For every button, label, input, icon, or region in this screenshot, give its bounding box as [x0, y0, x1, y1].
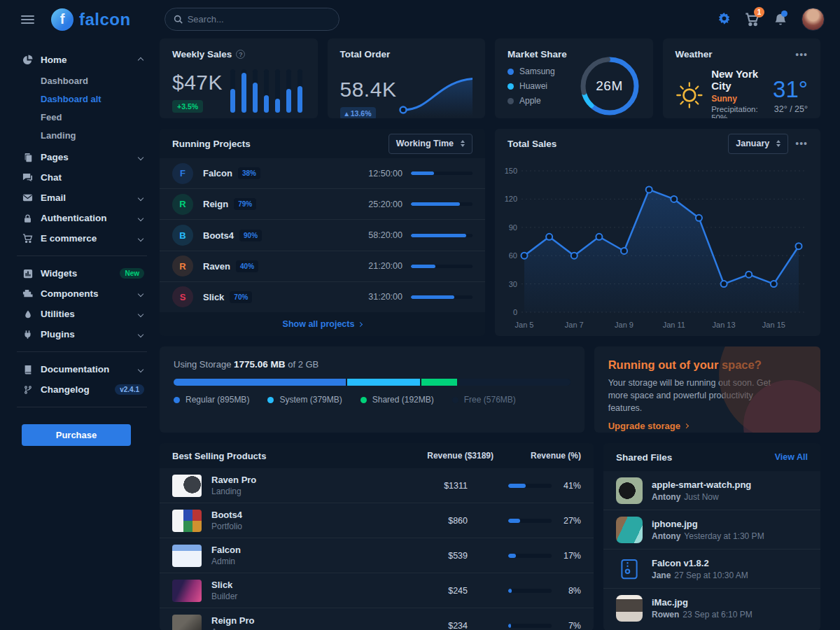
product-percent: 27% — [552, 516, 581, 526]
show-all-projects-link[interactable]: Show all projects — [160, 312, 485, 336]
project-progress-bar — [411, 202, 472, 206]
file-row[interactable]: iphone.jpg AntonyYesterday at 1:30 PM — [603, 510, 820, 550]
project-row[interactable]: R Raven 40% 21:20:00 — [160, 251, 485, 282]
month-select[interactable]: January — [728, 134, 788, 154]
market-share-card: Market Share Samsung Huawei Apple 26M — [495, 38, 653, 118]
sidebar-item-authentication[interactable]: Authentication — [22, 208, 147, 228]
storage-card: Using Storage 1775.06 MB of 2 GB Regular… — [160, 346, 584, 433]
product-name: Raven Pro — [211, 475, 419, 485]
weekly-sales-value: $47K — [172, 71, 223, 94]
weather-temp: 31° — [773, 76, 808, 103]
svg-text:0: 0 — [513, 308, 517, 316]
sidebar-item-email[interactable]: Email — [22, 188, 147, 208]
chat-icon — [22, 172, 34, 183]
more-options-icon[interactable]: ••• — [795, 52, 808, 57]
search-box[interactable] — [164, 8, 340, 31]
notification-dot — [781, 10, 788, 17]
chevron-down-icon — [138, 154, 144, 160]
purchase-button[interactable]: Purchase — [22, 424, 131, 446]
project-name: Boots4 — [203, 230, 234, 241]
code-branch-icon — [22, 385, 34, 395]
weather-city: New York City — [711, 68, 764, 92]
chevron-up-icon — [138, 57, 144, 62]
cart-icon[interactable]: 1 — [745, 12, 760, 27]
settings-gear-icon[interactable] — [718, 13, 731, 26]
total-sales-card: Total Sales January ••• 0306090120150Jan… — [495, 129, 820, 336]
chart-pie-icon — [22, 55, 34, 65]
sidebar-item-ecommerce[interactable]: E commerce — [22, 228, 147, 248]
sidebar-item-utilities[interactable]: Utilities — [22, 304, 147, 324]
sidebar-item-widgets[interactable]: WidgetsNew — [22, 263, 147, 284]
project-name: Reign — [203, 199, 228, 209]
notifications-bell-icon[interactable] — [774, 13, 788, 27]
sidebar-item-feed[interactable]: Feed — [41, 108, 147, 126]
sidebar-item-components[interactable]: Components — [22, 284, 147, 304]
project-row[interactable]: F Falcon 38% 12:50:00 — [160, 158, 485, 189]
sidebar-item-pages[interactable]: Pages — [22, 147, 147, 167]
weekly-sales-card: Weekly Sales ? $47K +3.5% — [160, 38, 318, 118]
file-row[interactable]: iMac.jpg Rowen23 Sep at 6:10 PM — [603, 589, 820, 628]
panel-title: Shared Files — [616, 452, 672, 463]
product-row[interactable]: SlickBuilder $245 8% — [160, 573, 594, 608]
product-thumbnail — [172, 475, 202, 497]
project-time: 12:50:00 — [368, 169, 402, 178]
percent-column-header: Revenue (%) — [493, 451, 581, 461]
chevron-right-icon — [684, 424, 689, 428]
project-avatar: S — [172, 286, 193, 307]
file-author: Rowen — [652, 610, 679, 620]
search-input[interactable] — [188, 14, 314, 24]
falcon-logo[interactable]: f falcon — [51, 8, 131, 31]
donut-center-value: 26M — [578, 54, 642, 118]
legend-item-free: Free (576MB) — [452, 395, 516, 405]
sidebar-item-changelog[interactable]: Changelogv2.4.1 — [22, 379, 147, 400]
sidebar-item-dashboard[interactable]: Dashboard — [41, 71, 147, 90]
product-row[interactable]: Boots4Portfolio $860 27% — [160, 503, 594, 538]
total-order-value: 58.4K — [340, 78, 397, 102]
product-revenue: $539 — [419, 551, 468, 561]
project-row[interactable]: S Slick 70% 31:20:00 — [160, 282, 485, 312]
total-sales-line-chart: 0306090120150Jan 5Jan 7Jan 9Jan 11Jan 13… — [495, 158, 811, 333]
sidebar-item-plugins[interactable]: Plugins — [22, 324, 147, 344]
product-category: Agency — [211, 627, 419, 630]
book-icon — [22, 365, 34, 374]
product-revenue: $245 — [419, 586, 468, 596]
sidebar-item-home[interactable]: Home — [22, 50, 147, 70]
sidebar-item-chat[interactable]: Chat — [22, 167, 147, 188]
storage-progress-bar — [174, 379, 570, 386]
chevron-down-icon — [138, 195, 144, 200]
product-row[interactable]: Raven ProLanding $1311 41% — [160, 468, 594, 503]
svg-text:150: 150 — [505, 167, 517, 175]
product-row[interactable]: Reign ProAgency $234 7% — [160, 608, 594, 630]
revenue-progress-bar — [508, 484, 552, 488]
product-category: Portfolio — [211, 522, 419, 531]
sidebar-divider — [17, 407, 147, 407]
svg-text:Jan 5: Jan 5 — [515, 321, 534, 329]
project-row[interactable]: B Boots4 90% 58:20:00 — [160, 220, 485, 251]
working-time-select[interactable]: Working Time — [388, 134, 472, 154]
weather-precipitation: Precipitation: 50% — [711, 105, 764, 118]
search-icon — [174, 15, 183, 24]
brand-name: falcon — [79, 10, 131, 29]
sidebar-item-documentation[interactable]: Documentation — [22, 359, 147, 379]
file-row[interactable]: apple-smart-watch.png AntonyJust Now — [603, 471, 820, 510]
product-row[interactable]: FalconAdmin $539 17% — [160, 538, 594, 573]
info-icon[interactable]: ? — [236, 50, 245, 59]
view-all-link[interactable]: View All — [775, 452, 808, 462]
revenue-progress-bar — [508, 519, 552, 523]
product-percent: 7% — [552, 621, 581, 630]
project-avatar: B — [172, 225, 193, 246]
project-row[interactable]: R Reign 79% 25:20:00 — [160, 189, 485, 220]
market-share-donut-chart: 26M — [578, 54, 642, 118]
lock-icon — [22, 214, 34, 223]
sidebar-item-dashboard-alt[interactable]: Dashboard alt — [41, 90, 147, 108]
more-options-icon[interactable]: ••• — [795, 141, 808, 146]
svg-text:30: 30 — [509, 280, 517, 288]
product-thumbnail — [172, 545, 202, 567]
project-percent-badge: 38% — [238, 167, 260, 179]
project-percent-badge: 40% — [236, 260, 258, 272]
project-progress-bar — [411, 234, 472, 237]
file-row[interactable]: Falcon v1.8.2 Jane27 Sep at 10:30 AM — [603, 550, 820, 589]
user-avatar[interactable] — [802, 8, 825, 31]
hamburger-menu-icon[interactable] — [21, 15, 34, 24]
sidebar-item-landing[interactable]: Landing — [41, 126, 147, 144]
